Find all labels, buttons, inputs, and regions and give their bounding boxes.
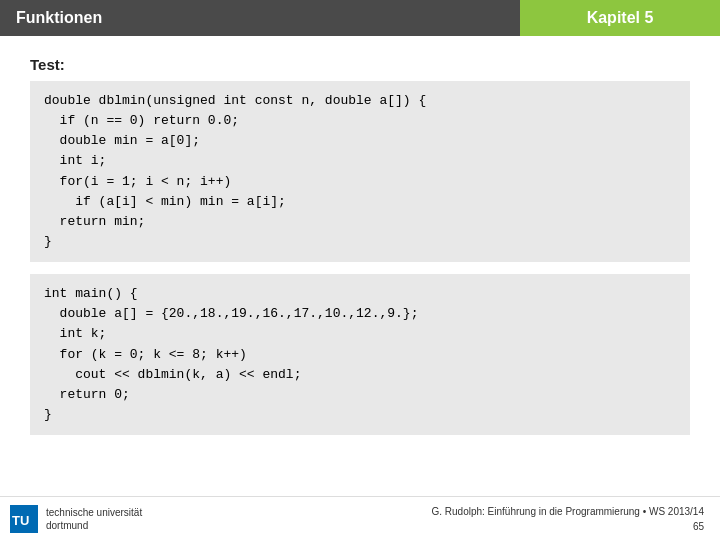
header-chapter: Kapitel 5	[520, 0, 720, 36]
footer: TU technische universität dortmund G. Ru…	[0, 496, 720, 540]
main-content: Test: double dblmin(unsigned int const n…	[0, 36, 720, 457]
code-block-1: double dblmin(unsigned int const n, doub…	[30, 81, 690, 262]
footer-institute-text: technische universität dortmund	[46, 506, 142, 532]
section-label: Test:	[30, 56, 690, 73]
footer-citation: G. Rudolph: Einführung in die Programmie…	[431, 504, 704, 534]
header-title: Funktionen	[0, 0, 520, 36]
svg-text:TU: TU	[12, 513, 29, 528]
tu-logo-icon: TU	[10, 505, 38, 533]
code-block-2: int main() { double a[] = {20.,18.,19.,1…	[30, 274, 690, 435]
header: Funktionen Kapitel 5	[0, 0, 720, 36]
footer-logo-area: TU technische universität dortmund	[10, 505, 142, 533]
